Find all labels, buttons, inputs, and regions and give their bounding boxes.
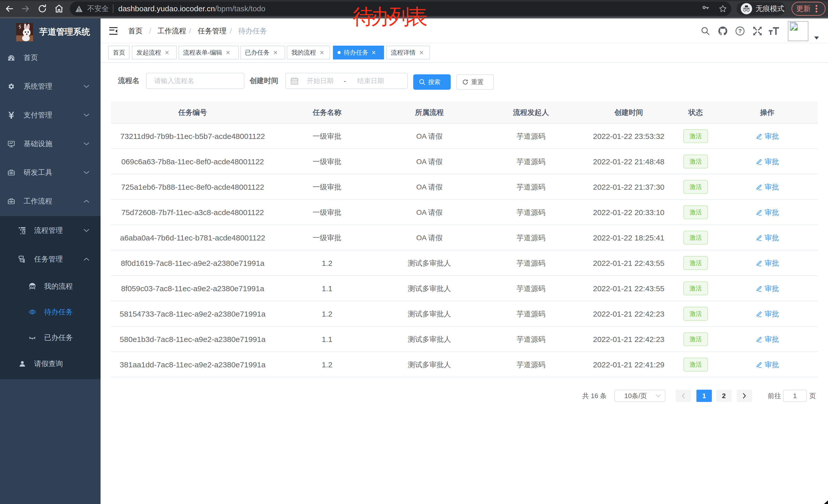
svg-text:?: ?: [738, 28, 742, 34]
